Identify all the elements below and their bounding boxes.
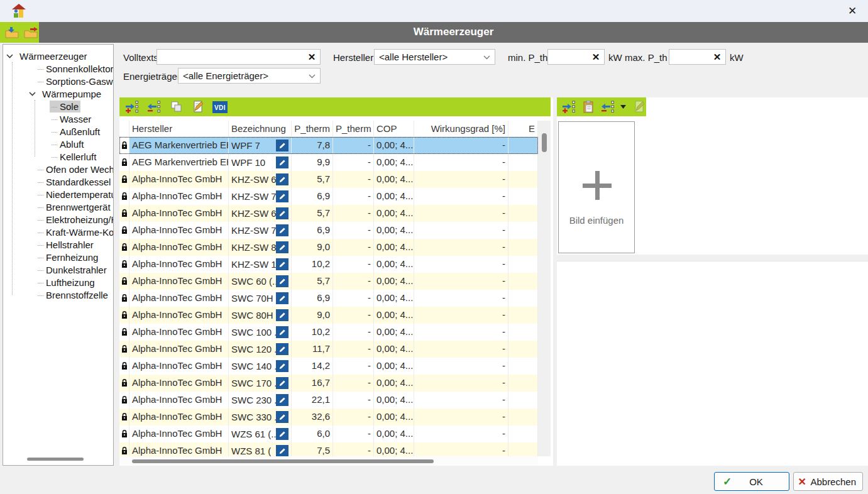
column-header[interactable]: P_therm <box>333 121 374 137</box>
insert-image-dropzone[interactable]: Bild einfügen <box>558 121 635 253</box>
tree-item[interactable]: Kellerluft <box>3 150 113 163</box>
table-row[interactable]: Alpha-InnoTec GmbHKHZ-SW 7...6,9-0,00; 4… <box>119 222 538 239</box>
tree-item[interactable]: Fernheizung <box>3 251 113 263</box>
clear-min-pth-icon[interactable]: ✕ <box>590 51 602 63</box>
tree-item[interactable]: Abluft <box>3 138 113 150</box>
tree-item[interactable]: Dunkelstrahler <box>3 263 113 276</box>
table-row[interactable]: Alpha-InnoTec GmbHSWC 230 ...22,1-0,00; … <box>119 392 538 409</box>
tree-item[interactable]: Kraft-Wärme-Kopplu <box>3 226 113 238</box>
edit-entry-button[interactable] <box>276 360 288 372</box>
tree-item[interactable]: Brennstoffzelle <box>3 288 113 301</box>
edit-image-icon[interactable] <box>632 100 646 114</box>
edit-entry-button[interactable] <box>276 140 288 151</box>
tree-item[interactable]: Sonnenkollektor <box>3 62 113 75</box>
copy-entry-icon[interactable] <box>168 100 184 114</box>
fulltext-search-field[interactable]: ✕ <box>157 49 321 65</box>
table-row[interactable]: Alpha-InnoTec GmbHKHZ-SW 1...10,2-0,00; … <box>119 256 538 273</box>
max-pth-input[interactable] <box>673 50 710 63</box>
table-row[interactable]: Alpha-InnoTec GmbHSWC 80H ...9,0-0,00; 4… <box>119 307 538 324</box>
table-vertical-scrollbar[interactable] <box>538 121 551 456</box>
tree-horizontal-scrollbar[interactable] <box>27 458 84 461</box>
edit-entry-button[interactable] <box>276 156 288 168</box>
edit-entry-button[interactable] <box>276 394 288 406</box>
remove-image-icon[interactable] <box>601 100 615 114</box>
table-row[interactable]: AEG Markenvertrieb EH...WPF 109,9-0,00; … <box>119 154 538 171</box>
table-row[interactable]: Alpha-InnoTec GmbHKHZ-SW 8...9,0-0,00; 4… <box>119 239 538 256</box>
edit-entry-button[interactable] <box>276 411 288 423</box>
edit-entry-button[interactable] <box>276 275 288 287</box>
table-row[interactable]: Alpha-InnoTec GmbHSWC 120 ...11,7-0,00; … <box>119 341 538 358</box>
add-entry-icon[interactable] <box>124 100 140 114</box>
tree-item[interactable]: Sole <box>3 100 113 113</box>
edit-entry-button[interactable] <box>276 190 288 202</box>
table-row[interactable]: Alpha-InnoTec GmbHSWC 170 ...16,7-0,00; … <box>119 375 538 392</box>
table-row[interactable]: Alpha-InnoTec GmbHSWC 60 (...5,7-0,00; 4… <box>119 273 538 290</box>
column-header[interactable]: Wirkungsgrad [%] <box>414 121 508 137</box>
edit-entry-button[interactable] <box>276 309 288 321</box>
table-row[interactable]: Alpha-InnoTec GmbHKHZ-SW 6...5,7-0,00; 4… <box>119 171 538 188</box>
table-row[interactable]: Alpha-InnoTec GmbHSWC 100 ...10,2-0,00; … <box>119 324 538 341</box>
min-pth-field[interactable]: ✕ <box>547 49 605 65</box>
more-options-caret-icon[interactable] <box>620 100 627 114</box>
tree-item[interactable]: Wärmeerzeuger <box>3 50 113 62</box>
cancel-button[interactable]: ✕ Abbrechen <box>793 472 863 491</box>
table-row[interactable]: Alpha-InnoTec GmbHSWC 140 ...14,2-0,00; … <box>119 358 538 375</box>
chevron-down-icon[interactable] <box>6 54 18 58</box>
tree-item[interactable]: Niedertemperaturke <box>3 188 113 200</box>
edit-entry-button[interactable] <box>276 343 288 355</box>
column-header-lock[interactable] <box>119 121 129 137</box>
hersteller-dropdown[interactable]: <alle Hersteller> <box>374 49 495 65</box>
table-row[interactable]: Alpha-InnoTec GmbHKHZ-SW 7...6,9-0,00; 4… <box>119 188 538 205</box>
tree-item[interactable]: Brennwertgerät <box>3 200 113 213</box>
table-horizontal-scrollbar[interactable] <box>119 456 538 466</box>
edit-entry-button[interactable] <box>276 326 288 338</box>
fulltext-search-input[interactable] <box>160 50 305 63</box>
edit-entry-button[interactable] <box>276 241 288 253</box>
tree-item[interactable]: Standardkessel <box>3 175 113 188</box>
clear-max-pth-icon[interactable]: ✕ <box>711 51 723 63</box>
table-row[interactable]: Alpha-InnoTec GmbHSWC 70H ...6,9-0,00; 4… <box>119 290 538 307</box>
edit-datasheet-icon[interactable] <box>190 100 206 114</box>
column-header[interactable]: E <box>508 121 538 137</box>
edit-entry-button[interactable] <box>276 428 288 440</box>
column-header[interactable]: Hersteller <box>129 121 229 137</box>
add-image-icon[interactable] <box>562 100 576 114</box>
table-row[interactable]: Alpha-InnoTec GmbHSWC 330 ...32,6-0,00; … <box>119 409 538 425</box>
min-pth-input[interactable] <box>551 50 589 63</box>
max-pth-field[interactable]: ✕ <box>669 49 726 65</box>
horizontal-scrollbar-thumb[interactable] <box>132 459 434 463</box>
tree-item[interactable]: Luftheizung <box>3 276 113 288</box>
export-folder-button[interactable] <box>24 26 39 40</box>
tree-item[interactable]: Wasser <box>3 113 113 125</box>
tree-item[interactable]: Sorptions-Gaswärme <box>3 75 113 87</box>
edit-entry-button[interactable] <box>276 224 288 236</box>
window-close-button[interactable]: ✕ <box>842 2 863 20</box>
tree-item[interactable]: Ofen oder Wechselb <box>3 163 113 175</box>
column-header[interactable]: Bezeichnung <box>229 121 292 137</box>
paste-image-icon[interactable] <box>581 100 595 114</box>
tree-item[interactable]: Wärmepumpe <box>3 87 113 100</box>
column-header[interactable]: COP <box>374 121 414 137</box>
edit-entry-button[interactable] <box>276 445 288 456</box>
edit-entry-button[interactable] <box>276 377 288 389</box>
table-row[interactable]: Alpha-InnoTec GmbHWZS 81 (7,5-0,00; 4...… <box>119 442 538 456</box>
remove-entry-icon[interactable] <box>146 100 162 114</box>
import-folder-button[interactable] <box>4 26 19 40</box>
vdi-standard-icon[interactable]: VDI <box>212 101 228 113</box>
edit-entry-button[interactable] <box>276 258 288 270</box>
edit-entry-button[interactable] <box>276 173 288 185</box>
edit-entry-button[interactable] <box>276 292 288 304</box>
tree-item[interactable]: Außenluft <box>3 125 113 138</box>
tree-item[interactable]: Elektroheizung/Heizs <box>3 213 113 226</box>
tree-item[interactable]: Hellstrahler <box>3 238 113 251</box>
edit-entry-button[interactable] <box>276 207 288 219</box>
ok-button[interactable]: ✓ OK <box>714 472 789 491</box>
vertical-scrollbar-thumb[interactable] <box>542 133 547 152</box>
energietraeger-dropdown[interactable]: <alle Energieträger> <box>178 68 321 84</box>
clear-search-icon[interactable]: ✕ <box>306 51 317 63</box>
table-row[interactable]: AEG Markenvertrieb EH...WPF 77,8-0,00; 4… <box>119 137 538 154</box>
table-row[interactable]: Alpha-InnoTec GmbHWZS 61 (...6,0-0,00; 4… <box>119 425 538 442</box>
column-header[interactable]: P_therm <box>292 121 333 137</box>
table-row[interactable]: Alpha-InnoTec GmbHKHZ-SW 6...5,7-0,00; 4… <box>119 205 538 222</box>
chevron-down-icon[interactable] <box>29 92 40 96</box>
